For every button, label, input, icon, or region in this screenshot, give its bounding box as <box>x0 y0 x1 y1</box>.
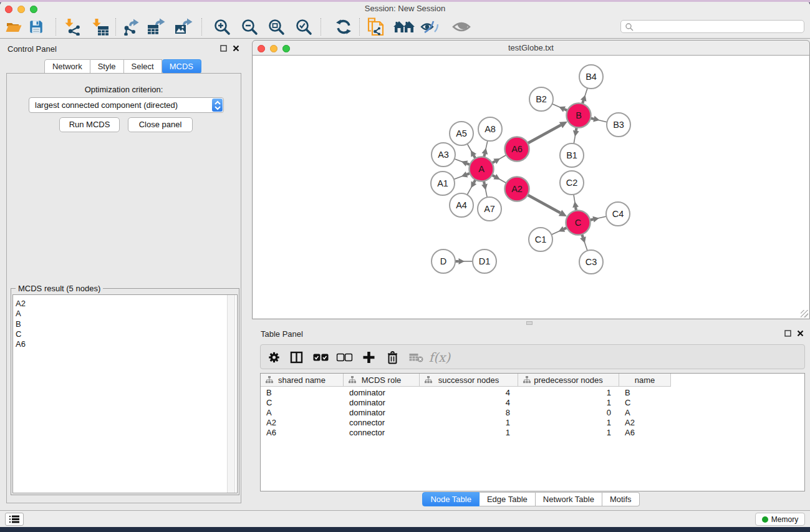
zoom-in-button[interactable] <box>210 17 234 37</box>
hide-panels-button[interactable] <box>417 17 442 37</box>
graph-node-label: C <box>575 218 581 228</box>
graph-svg: B4B2BB3A8A5A6A3B1AA1C2A2A4A7C4CC1C3DD1 <box>253 56 809 319</box>
splitter-handle[interactable] <box>526 321 533 325</box>
refresh-layout-button[interactable] <box>331 17 356 37</box>
graph-node-label: A <box>478 164 485 174</box>
table-row[interactable]: Cdominator41C <box>261 398 804 408</box>
open-folder-icon <box>5 19 22 35</box>
attribute-tree-icon <box>523 376 531 384</box>
delete-table-button[interactable] <box>405 346 428 369</box>
run-mcds-button[interactable]: Run MCDS <box>59 117 120 132</box>
table-row[interactable]: A6connector11A6 <box>261 428 804 438</box>
optimization-dropdown[interactable]: largest connected component (directed) <box>29 97 224 113</box>
minimize-network-window-button[interactable] <box>270 45 277 52</box>
table-cell: C <box>619 398 671 408</box>
mcds-result-item[interactable]: A2 <box>13 299 237 309</box>
table-panel-title: Table Panel <box>261 329 303 339</box>
tab-select[interactable]: Select <box>124 59 162 74</box>
float-panel-icon[interactable] <box>784 330 791 337</box>
mcds-result-item[interactable]: A6 <box>13 339 237 349</box>
memory-label: Memory <box>771 515 798 524</box>
close-window-button[interactable] <box>5 6 12 13</box>
table-cell: 1 <box>518 388 619 398</box>
zoom-fit-button[interactable] <box>264 17 289 37</box>
close-network-window-button[interactable] <box>258 45 265 52</box>
network-window: testGlobe.txt B4B2BB3A8A5A6A3B1AA1C2A2A4… <box>252 40 810 319</box>
table-settings-button[interactable] <box>263 346 286 369</box>
export-network-icon <box>122 18 140 36</box>
table-body: Bdominator41BCdominator41CAdominator80AA… <box>261 387 804 438</box>
scrollbar-track[interactable] <box>227 295 235 493</box>
mcds-result-list[interactable]: A2ABCA6 <box>12 294 238 493</box>
tab-style[interactable]: Style <box>90 59 124 74</box>
import-table-button[interactable] <box>88 17 113 37</box>
table-cell: A6 <box>261 428 344 438</box>
table-row[interactable]: A2connector11A2 <box>261 418 804 428</box>
zoom-network-window-button[interactable] <box>282 45 290 52</box>
up-down-chevrons-icon <box>213 100 222 110</box>
column-header-predecessor-nodes[interactable]: predecessor nodes <box>518 374 619 386</box>
network-canvas[interactable]: B4B2BB3A8A5A6A3B1AA1C2A2A4A7C4CC1C3DD1 <box>253 56 809 318</box>
table-cell: dominator <box>344 388 420 398</box>
close-panel-button[interactable]: Close panel <box>128 117 193 132</box>
export-image-button[interactable] <box>171 17 196 37</box>
zoom-out-button[interactable] <box>237 17 262 37</box>
zoom-selected-button[interactable] <box>291 17 316 37</box>
table-cell: C <box>261 398 344 408</box>
search-input[interactable] <box>620 20 804 33</box>
memory-button[interactable]: Memory <box>755 513 805 526</box>
home-button[interactable] <box>392 17 417 37</box>
attribute-tree-icon <box>349 376 356 384</box>
import-network-button[interactable] <box>60 17 85 37</box>
tab-network-table[interactable]: Network Table <box>536 492 602 506</box>
add-column-button[interactable] <box>357 346 380 369</box>
columns-icon <box>289 351 303 364</box>
table-cell: 1 <box>420 428 518 438</box>
dropdown-stepper <box>212 99 223 112</box>
float-panel-icon[interactable] <box>220 45 227 52</box>
table-row[interactable]: Adominator80A <box>261 408 804 418</box>
eye-icon <box>451 19 471 35</box>
table-cell: B <box>619 388 671 398</box>
table-cell: A <box>261 408 344 418</box>
show-panels-button[interactable] <box>449 17 474 37</box>
graph-node-label: B2 <box>536 94 547 104</box>
mcds-result-item[interactable]: C <box>13 329 237 339</box>
column-header-MCDS-role[interactable]: MCDS role <box>344 374 420 386</box>
graph-node-label: A8 <box>485 124 496 134</box>
column-visibility-button[interactable] <box>285 346 308 369</box>
mcds-result-fieldset: MCDS result (5 nodes) A2ABCA6 <box>11 288 239 495</box>
tab-network[interactable]: Network <box>44 59 90 74</box>
export-network-button[interactable] <box>118 17 143 37</box>
tab-edge-table[interactable]: Edge Table <box>480 492 536 506</box>
gear-icon <box>268 351 280 364</box>
export-table-button[interactable] <box>143 17 168 37</box>
tab-mcds[interactable]: MCDS <box>162 59 201 74</box>
resize-grip[interactable] <box>801 310 808 317</box>
graph-node-label: D1 <box>479 256 491 266</box>
select-all-button[interactable] <box>309 346 332 369</box>
column-header-successor-nodes[interactable]: successor nodes <box>420 374 518 386</box>
column-header-name[interactable]: name <box>619 374 671 386</box>
table-row[interactable]: Bdominator41B <box>261 388 804 398</box>
open-session-button[interactable] <box>1 17 26 37</box>
graph-node-label: A1 <box>437 178 448 188</box>
delete-table-icon <box>408 352 423 363</box>
mcds-result-item[interactable]: A <box>13 309 237 319</box>
function-builder-button[interactable]: f(x) <box>428 346 451 369</box>
delete-column-button[interactable] <box>381 346 404 369</box>
refresh-icon <box>335 18 352 36</box>
close-panel-icon[interactable] <box>233 45 239 52</box>
mcds-result-item[interactable]: B <box>13 319 237 329</box>
minimize-window-button[interactable] <box>17 6 25 13</box>
unselect-all-button[interactable] <box>333 346 356 369</box>
network-from-file-button[interactable] <box>364 17 388 37</box>
tab-node-table[interactable]: Node Table <box>422 492 480 506</box>
save-session-button[interactable] <box>24 17 49 37</box>
column-header-shared-name[interactable]: shared name <box>261 374 344 386</box>
tab-motifs[interactable]: Motifs <box>602 492 640 506</box>
task-history-button[interactable] <box>5 513 24 526</box>
table-cell: A2 <box>261 418 344 428</box>
zoom-window-button[interactable] <box>30 6 37 13</box>
close-panel-icon[interactable] <box>797 330 804 337</box>
